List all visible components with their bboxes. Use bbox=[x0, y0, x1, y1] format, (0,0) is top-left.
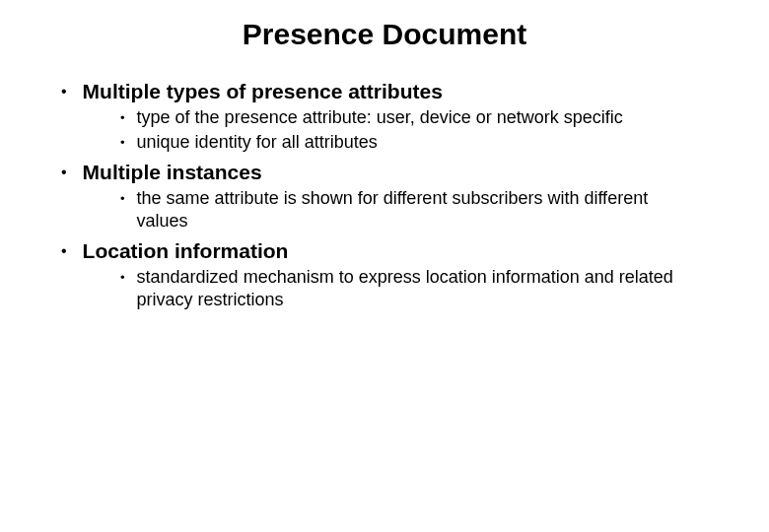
bullet-icon: • bbox=[61, 160, 67, 185]
list-item-label: Multiple instances bbox=[83, 160, 262, 185]
list-item: • standardized mechanism to express loca… bbox=[120, 266, 730, 311]
bullet-icon: • bbox=[120, 106, 125, 129]
sub-list: • type of the presence attribute: user, … bbox=[61, 106, 730, 154]
sub-list: • standardized mechanism to express loca… bbox=[61, 266, 730, 311]
bullet-icon: • bbox=[120, 187, 125, 210]
bullet-icon: • bbox=[120, 266, 125, 289]
bullet-icon: • bbox=[61, 238, 67, 264]
list-item: • Multiple instances bbox=[61, 160, 730, 185]
list-item: • unique identity for all attributes bbox=[120, 131, 730, 154]
list-item: • type of the presence attribute: user, … bbox=[120, 106, 730, 129]
list-item-label: type of the presence attribute: user, de… bbox=[137, 106, 623, 129]
content-area: • Multiple types of presence attributes … bbox=[0, 79, 769, 311]
bullet-icon: • bbox=[61, 79, 67, 104]
bullet-icon: • bbox=[120, 131, 125, 154]
page-title: Presence Document bbox=[0, 18, 769, 51]
list-item: • Multiple types of presence attributes bbox=[61, 79, 730, 104]
list-item-label: unique identity for all attributes bbox=[137, 131, 378, 154]
list-item: • the same attribute is shown for differ… bbox=[120, 187, 730, 233]
list-item: • Location information bbox=[61, 238, 730, 264]
sub-list: • the same attribute is shown for differ… bbox=[61, 187, 730, 233]
list-item-label: standardized mechanism to express locati… bbox=[137, 266, 689, 311]
list-item-label: Multiple types of presence attributes bbox=[83, 79, 443, 104]
list-item-label: the same attribute is shown for differen… bbox=[137, 187, 689, 233]
list-item-label: Location information bbox=[83, 238, 289, 264]
